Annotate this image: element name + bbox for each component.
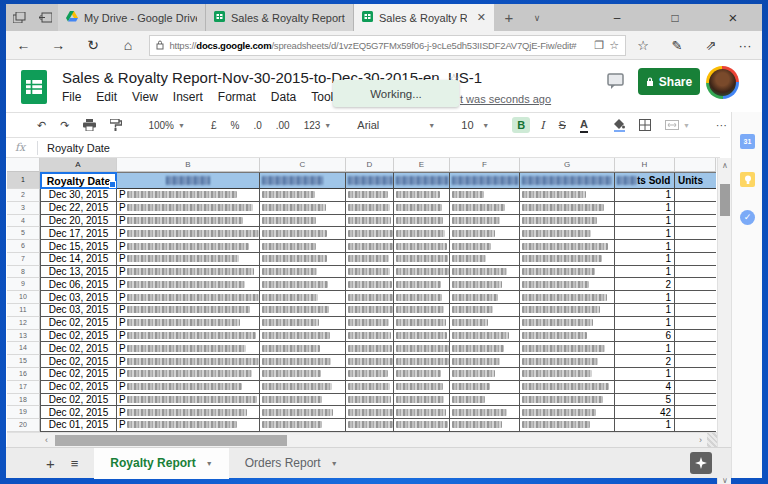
- row-header-12[interactable]: 12: [7, 317, 40, 330]
- cell-blurred[interactable]: [520, 278, 615, 291]
- sheet-tab-orders-report[interactable]: Orders Report▼: [229, 448, 354, 479]
- cell-blurred[interactable]: [260, 342, 346, 355]
- decrease-decimal-button[interactable]: .0: [253, 120, 261, 131]
- sheet-tab-dropdown-icon[interactable]: ▼: [206, 460, 213, 467]
- cell-blurred[interactable]: [346, 266, 394, 279]
- cell-blurred[interactable]: [394, 189, 450, 202]
- cell-blurred[interactable]: [450, 317, 520, 330]
- cell-blurred[interactable]: [260, 317, 346, 330]
- cell-blurred[interactable]: [450, 342, 520, 355]
- cell-blurred[interactable]: [260, 202, 346, 215]
- cell-I13[interactable]: [675, 330, 716, 343]
- add-favorite-star-icon[interactable]: ☆: [609, 39, 619, 52]
- forward-icon[interactable]: →: [41, 37, 76, 53]
- cell-I6[interactable]: [675, 240, 716, 253]
- cell-B18[interactable]: P: [117, 394, 260, 407]
- refresh-icon[interactable]: ↻: [76, 37, 111, 53]
- minimize-button[interactable]: –: [588, 4, 646, 31]
- column-header-g[interactable]: G: [520, 158, 615, 172]
- cell-A18[interactable]: Dec 02, 2015: [40, 394, 117, 407]
- cell-blurred[interactable]: [346, 189, 394, 202]
- menu-format[interactable]: Format: [218, 90, 256, 104]
- cell-blurred[interactable]: [260, 278, 346, 291]
- cell-blurred[interactable]: [260, 419, 346, 432]
- web-note-pen-icon[interactable]: ✎: [660, 38, 694, 53]
- cell-I1-units[interactable]: Units: [675, 172, 716, 189]
- cell-blurred[interactable]: [450, 381, 520, 394]
- sheet-tab-dropdown-icon[interactable]: ▼: [331, 460, 338, 467]
- zoom-select[interactable]: 100%▼: [148, 120, 185, 131]
- cell-B6[interactable]: P: [117, 240, 260, 253]
- row-header-5[interactable]: 5: [7, 227, 40, 240]
- cell-blurred[interactable]: [346, 330, 394, 343]
- menu-file[interactable]: File: [62, 90, 81, 104]
- home-icon[interactable]: ⌂: [111, 37, 146, 53]
- favorites-hub-icon[interactable]: ☆: [626, 38, 660, 53]
- row-header-14[interactable]: 14: [7, 342, 40, 355]
- cell-blurred[interactable]: [346, 240, 394, 253]
- cell-I10[interactable]: [675, 291, 716, 304]
- font-size-select[interactable]: 10▼: [461, 119, 489, 131]
- cell-blurred[interactable]: [394, 355, 450, 368]
- cell-blurred[interactable]: [450, 406, 520, 419]
- cell-I17[interactable]: [675, 381, 716, 394]
- row-header-9[interactable]: 9: [7, 278, 40, 291]
- cell-B16[interactable]: P: [117, 368, 260, 381]
- cell-A4[interactable]: Dec 20, 2015: [40, 215, 117, 228]
- cell-blurred[interactable]: [260, 381, 346, 394]
- cell-H14[interactable]: 1: [615, 342, 675, 355]
- cell-A13[interactable]: Dec 02, 2015: [40, 330, 117, 343]
- fill-color-icon[interactable]: [614, 119, 625, 132]
- cell-A20[interactable]: Dec 01, 2015: [40, 419, 117, 432]
- cell-A16[interactable]: Dec 02, 2015: [40, 368, 117, 381]
- cell-blurred[interactable]: [520, 330, 615, 343]
- cell-blurred[interactable]: [394, 240, 450, 253]
- cell-blurred[interactable]: [394, 394, 450, 407]
- cell-H6[interactable]: 1: [615, 240, 675, 253]
- row-header-13[interactable]: 13: [7, 330, 40, 343]
- cell-I5[interactable]: [675, 227, 716, 240]
- cell-I14[interactable]: [675, 342, 716, 355]
- cell-blurred[interactable]: [520, 291, 615, 304]
- share-page-icon[interactable]: ⇗: [694, 38, 728, 53]
- cell-blurred[interactable]: [346, 394, 394, 407]
- cell-blurred[interactable]: [450, 202, 520, 215]
- account-avatar[interactable]: [706, 66, 739, 99]
- cell-blurred[interactable]: [450, 266, 520, 279]
- browser-tab[interactable]: My Drive - Google Drive: [58, 4, 206, 31]
- scroll-up-icon[interactable]: ∧: [718, 161, 732, 170]
- cell-A15[interactable]: Dec 02, 2015: [40, 355, 117, 368]
- cell-H10[interactable]: 1: [615, 291, 675, 304]
- cell-blurred[interactable]: [260, 355, 346, 368]
- cell-blurred[interactable]: [346, 227, 394, 240]
- cell-B10[interactable]: P: [117, 291, 260, 304]
- close-button[interactable]: ×: [704, 4, 762, 31]
- cell-blurred[interactable]: [450, 227, 520, 240]
- row-header-18[interactable]: 18: [7, 394, 40, 407]
- cell-blurred[interactable]: [346, 419, 394, 432]
- cell-blurred[interactable]: [520, 317, 615, 330]
- cell-blurred[interactable]: [520, 342, 615, 355]
- tasks-icon[interactable]: ✓: [740, 210, 755, 225]
- redo-icon[interactable]: ↷: [60, 119, 69, 132]
- cell-blurred[interactable]: [346, 278, 394, 291]
- scroll-left-icon[interactable]: ‹: [45, 433, 48, 448]
- row-header-16[interactable]: 16: [7, 368, 40, 381]
- cell-blurred[interactable]: [450, 368, 520, 381]
- cell-H18[interactable]: 5: [615, 394, 675, 407]
- cell-blurred[interactable]: [450, 355, 520, 368]
- cell-I9[interactable]: [675, 278, 716, 291]
- cell-blurred[interactable]: [260, 368, 346, 381]
- cell-blurred[interactable]: [394, 330, 450, 343]
- sheet-tab-royalty-report[interactable]: Royalty Report▼: [94, 448, 228, 479]
- menu-edit[interactable]: Edit: [96, 90, 117, 104]
- tab-preview-icon[interactable]: [6, 4, 32, 31]
- cell-A8[interactable]: Dec 13, 2015: [40, 266, 117, 279]
- cell-blurred[interactable]: [520, 304, 615, 317]
- vertical-scrollbar[interactable]: ∧ ∨: [717, 158, 731, 484]
- cell-blurred[interactable]: [450, 394, 520, 407]
- browser-tab[interactable]: Sales & Royalty Report-Nov: [206, 4, 354, 31]
- browser-more-icon[interactable]: ···: [728, 38, 762, 53]
- horizontal-scroll-thumb[interactable]: [55, 435, 287, 446]
- cell-H20[interactable]: 1: [615, 419, 675, 432]
